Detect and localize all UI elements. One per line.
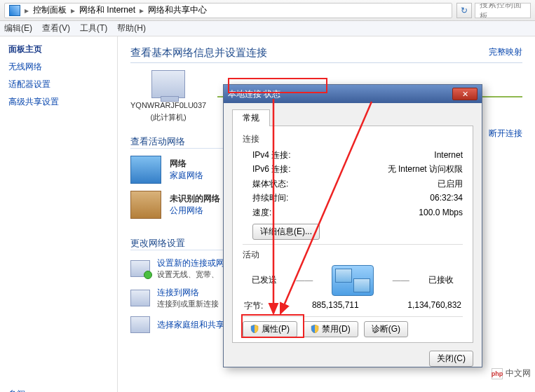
network-name: 未识别的网络 [170, 193, 220, 205]
connect-network-icon [130, 290, 150, 306]
speed-value: 100.0 Mbps [419, 205, 463, 219]
computer-sublabel: (此计算机) [150, 112, 186, 123]
connection-status-dialog: 本地连接 状态 ✕ 常规 连接 IPv4 连接:Internet IPv6 连接… [223, 84, 482, 367]
full-map-link[interactable]: 完整映射 [489, 46, 522, 58]
homegroup-icon [130, 316, 150, 333]
menu-view[interactable]: 查看(V) [42, 22, 70, 34]
duration-value: 06:32:34 [430, 191, 463, 205]
bytes-received: 1,134,760,832 [407, 300, 461, 312]
network-icon [130, 156, 161, 184]
details-button[interactable]: 详细信息(E)... [252, 224, 320, 240]
ipv6-label: IPv6 连接: [252, 162, 291, 176]
disconnect-link[interactable]: 断开连接 [489, 128, 522, 140]
php-logo-icon: php [492, 368, 503, 379]
shield-icon [311, 325, 319, 333]
watermark: php 中文网 [492, 367, 531, 379]
bytes-sent: 885,135,711 [312, 300, 359, 312]
sent-label: 已发送 [252, 274, 277, 286]
bench-icon [130, 191, 161, 219]
ipv4-value: Internet [434, 148, 463, 162]
sidebar-link-wireless[interactable]: 无线网络 [8, 61, 109, 73]
ipv6-value: 无 Internet 访问权限 [388, 162, 463, 176]
search-input[interactable]: 搜索控制面板 [475, 3, 531, 18]
page-title: 查看基本网络信息并设置连接 [130, 46, 522, 63]
computer-name: YQNWRARJF0LU037 [130, 101, 206, 109]
menu-edit[interactable]: 编辑(E) [4, 22, 32, 34]
close-dialog-button[interactable]: 关闭(C) [429, 351, 473, 367]
sidebar-seealso-label: 参阅 [8, 388, 109, 392]
network-type-link[interactable]: 家庭网络 [170, 170, 203, 182]
speed-label: 速度: [252, 205, 271, 219]
breadcrumb-item[interactable]: 网络和共享中心 [148, 4, 207, 16]
sidebar-title: 面板主页 [8, 43, 109, 55]
received-label: 已接收 [428, 274, 454, 286]
close-button[interactable]: ✕ [452, 88, 478, 100]
sidebar: 面板主页 无线网络 适配器设置 高级共享设置 参阅 选项 [0, 36, 118, 392]
refresh-button[interactable]: ↻ [456, 3, 472, 18]
setting-desc: 设置无线、宽带、 [157, 269, 233, 280]
bytes-label: 字节: [244, 300, 263, 312]
duration-label: 持续时间: [252, 191, 288, 205]
section-change-settings: 更改网络设置 [130, 237, 229, 250]
control-panel-icon [9, 5, 20, 16]
breadcrumb-item[interactable]: 控制面板 [33, 4, 67, 16]
watermark-text: 中文网 [506, 367, 531, 379]
media-value: 已启用 [438, 177, 463, 191]
diagnose-button[interactable]: 诊断(G) [364, 321, 408, 337]
breadcrumb[interactable]: ▸ 控制面板 ▸ 网络和 Internet ▸ 网络和共享中心 [4, 3, 452, 18]
chevron-right-icon: ▸ [71, 6, 75, 15]
shield-icon [250, 325, 259, 333]
media-label: 媒体状态: [252, 177, 288, 191]
disable-button[interactable]: 禁用(D) [303, 321, 358, 337]
computer-icon [151, 70, 185, 98]
dialog-titlebar[interactable]: 本地连接 状态 ✕ [224, 85, 482, 103]
dialog-title: 本地连接 状态 [228, 88, 280, 100]
setting-desc: 连接到或重新连接 [157, 299, 219, 309]
chevron-right-icon: ▸ [140, 6, 144, 15]
setting-new-connection[interactable]: 设置新的连接或网络 [157, 257, 233, 269]
breadcrumb-item[interactable]: 网络和 Internet [79, 4, 135, 16]
menu-tools[interactable]: 工具(T) [80, 22, 107, 34]
menu-help[interactable]: 帮助(H) [117, 22, 146, 34]
ipv4-label: IPv4 连接: [252, 148, 291, 162]
properties-button[interactable]: 属性(P) [243, 321, 297, 337]
group-connection-label: 连接 [243, 133, 463, 145]
sidebar-link-adapter[interactable]: 适配器设置 [8, 79, 109, 90]
network-name: 网络 [170, 158, 203, 170]
sidebar-link-advanced[interactable]: 高级共享设置 [8, 96, 109, 108]
chevron-right-icon: ▸ [25, 6, 29, 15]
setting-connect-network[interactable]: 连接到网络 [157, 287, 219, 299]
network-type-link[interactable]: 公用网络 [170, 205, 220, 217]
menu-bar: 编辑(E) 查看(V) 工具(T) 帮助(H) [0, 21, 535, 36]
new-connection-icon [130, 260, 150, 277]
group-activity-label: 活动 [243, 249, 463, 261]
activity-icon [332, 265, 374, 296]
tab-general[interactable]: 常规 [232, 109, 270, 126]
